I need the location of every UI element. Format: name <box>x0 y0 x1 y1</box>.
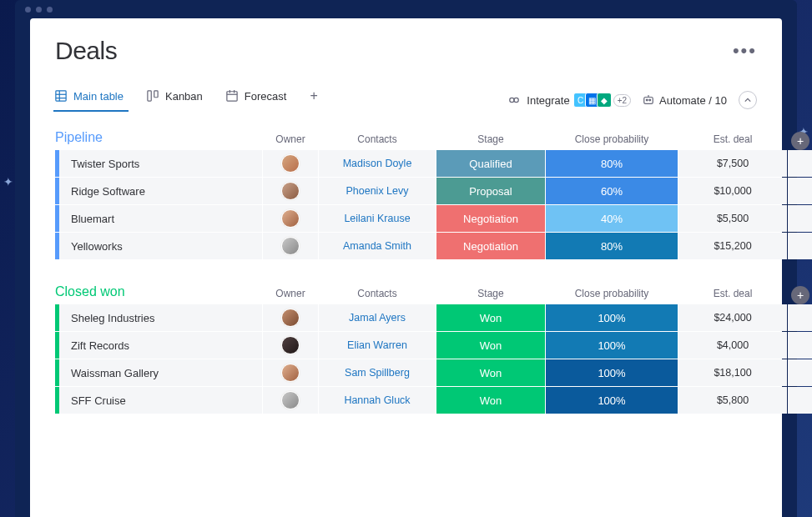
cell-contact[interactable]: Jamal Ayers <box>319 304 436 331</box>
add-view-button[interactable]: + <box>310 88 317 112</box>
chevron-up-icon <box>744 97 751 103</box>
cell-owner[interactable] <box>263 332 318 359</box>
cell-est-deal[interactable]: $10,000 <box>678 178 787 204</box>
svg-point-11 <box>514 98 518 102</box>
column-header-stage[interactable]: Stage <box>436 288 545 304</box>
table-row[interactable]: Bluemart Leilani Krause Negotiation 40% … <box>55 205 757 232</box>
board-menu-button[interactable]: ••• <box>733 40 757 62</box>
cell-stage[interactable]: Won <box>436 359 545 386</box>
view-tab-label: Forecast <box>245 90 287 103</box>
group-title[interactable]: Pipeline <box>55 130 262 150</box>
table-row[interactable]: Ridge Software Phoenix Levy Proposal 60%… <box>55 178 757 204</box>
column-header-est-deal[interactable]: Est. deal <box>678 288 787 304</box>
integrations-stack[interactable]: C ▦ ◆ +2 <box>577 93 631 108</box>
column-header-owner[interactable]: Owner <box>263 288 318 304</box>
cell-stage[interactable]: Proposal <box>436 178 545 204</box>
table-row[interactable]: SFF Cruise Hannah Gluck Won 100% $5,800 <box>55 387 757 414</box>
cell-est-deal[interactable]: $5,800 <box>678 387 787 414</box>
group-closed-won: Closed won Owner Contacts Stage Close pr… <box>55 284 757 414</box>
view-tab-main-table[interactable]: Main table <box>55 90 124 111</box>
avatar <box>281 209 300 228</box>
cell-contact[interactable]: Madison Doyle <box>319 150 436 177</box>
table-row[interactable]: Twister Sports Madison Doyle Qualified 8… <box>55 150 757 177</box>
contact-link[interactable]: Sam Spillberg <box>345 367 410 379</box>
robot-icon <box>643 94 654 106</box>
cell-contact[interactable]: Elian Warren <box>319 332 436 359</box>
calendar-icon <box>226 90 238 102</box>
add-column-button[interactable]: + <box>791 286 809 304</box>
cell-contact[interactable]: Hannah Gluck <box>319 387 436 414</box>
column-header-close-probability[interactable]: Close probability <box>546 288 678 304</box>
cell-contact[interactable]: Phoenix Levy <box>319 178 436 204</box>
cell-est-deal[interactable]: $7,500 <box>678 150 787 177</box>
contact-link[interactable]: Amanda Smith <box>343 240 411 252</box>
cell-trailing <box>788 150 812 177</box>
view-tab-kanban[interactable]: Kanban <box>147 90 203 111</box>
cell-deal-name[interactable]: Zift Records <box>55 332 262 359</box>
svg-rect-4 <box>148 91 151 101</box>
cell-close-probability[interactable]: 80% <box>546 233 678 259</box>
cell-owner[interactable] <box>263 150 318 177</box>
cell-owner[interactable] <box>263 205 318 232</box>
cell-deal-name[interactable]: Waissman Gallery <box>55 359 262 386</box>
cell-stage[interactable]: Won <box>436 304 545 331</box>
cell-close-probability[interactable]: 100% <box>546 359 678 386</box>
board-panel: Deals ••• Main table Kanban Forecast + I… <box>30 18 782 517</box>
cell-owner[interactable] <box>263 359 318 386</box>
table-row[interactable]: Sheleg Industries Jamal Ayers Won 100% $… <box>55 304 757 331</box>
contact-link[interactable]: Leilani Krause <box>344 213 410 224</box>
cell-deal-name[interactable]: Twister Sports <box>55 150 262 177</box>
table-row[interactable]: Zift Records Elian Warren Won 100% $4,00… <box>55 332 757 359</box>
cell-owner[interactable] <box>263 233 318 259</box>
column-header-close-probability[interactable]: Close probability <box>546 133 678 150</box>
cell-contact[interactable]: Leilani Krause <box>319 205 436 232</box>
column-header-contacts[interactable]: Contacts <box>319 133 436 150</box>
cell-trailing <box>788 205 812 232</box>
cell-est-deal[interactable]: $5,500 <box>678 205 787 232</box>
cell-close-probability[interactable]: 100% <box>546 304 678 331</box>
cell-stage[interactable]: Qualified <box>436 150 545 177</box>
view-tab-forecast[interactable]: Forecast <box>226 90 287 111</box>
contact-link[interactable]: Phoenix Levy <box>345 185 408 197</box>
automate-button[interactable]: Automate / 10 <box>643 94 727 107</box>
cell-close-probability[interactable]: 40% <box>546 205 678 232</box>
cell-owner[interactable] <box>263 178 318 204</box>
table-row[interactable]: Yelloworks Amanda Smith Negotiation 80% … <box>55 233 757 259</box>
cell-close-probability[interactable]: 60% <box>546 178 678 204</box>
contact-link[interactable]: Elian Warren <box>347 339 407 351</box>
cell-deal-name[interactable]: Ridge Software <box>55 178 262 204</box>
cell-deal-name[interactable]: Bluemart <box>55 205 262 232</box>
svg-rect-0 <box>56 91 66 101</box>
column-header-est-deal[interactable]: Est. deal <box>678 133 787 150</box>
table-row[interactable]: Waissman Gallery Sam Spillberg Won 100% … <box>55 359 757 386</box>
group-title[interactable]: Closed won <box>55 284 262 304</box>
cell-est-deal[interactable]: $4,000 <box>678 332 787 359</box>
cell-stage[interactable]: Won <box>436 332 545 359</box>
add-column-button[interactable]: + <box>791 132 809 150</box>
cell-deal-name[interactable]: SFF Cruise <box>55 387 262 414</box>
contact-link[interactable]: Hannah Gluck <box>344 394 410 406</box>
contact-link[interactable]: Jamal Ayers <box>349 312 406 324</box>
cell-owner[interactable] <box>263 304 318 331</box>
column-header-owner[interactable]: Owner <box>263 133 318 150</box>
collapse-toolbar-button[interactable] <box>739 91 757 109</box>
cell-deal-name[interactable]: Yelloworks <box>55 233 262 259</box>
cell-contact[interactable]: Sam Spillberg <box>319 359 436 386</box>
column-header-contacts[interactable]: Contacts <box>319 288 436 304</box>
cell-trailing <box>788 178 812 204</box>
cell-close-probability[interactable]: 80% <box>546 150 678 177</box>
cell-stage[interactable]: Negotiation <box>436 205 545 232</box>
cell-stage[interactable]: Negotiation <box>436 233 545 259</box>
cell-owner[interactable] <box>263 387 318 414</box>
cell-est-deal[interactable]: $15,200 <box>678 233 787 259</box>
contact-link[interactable]: Madison Doyle <box>343 158 412 169</box>
cell-stage[interactable]: Won <box>436 387 545 414</box>
cell-est-deal[interactable]: $24,000 <box>678 304 787 331</box>
column-header-stage[interactable]: Stage <box>436 133 545 150</box>
cell-contact[interactable]: Amanda Smith <box>319 233 436 259</box>
cell-est-deal[interactable]: $18,100 <box>678 359 787 386</box>
cell-close-probability[interactable]: 100% <box>546 332 678 359</box>
integrate-label[interactable]: Integrate <box>527 94 569 107</box>
cell-close-probability[interactable]: 100% <box>546 387 678 414</box>
cell-deal-name[interactable]: Sheleg Industries <box>55 304 262 331</box>
